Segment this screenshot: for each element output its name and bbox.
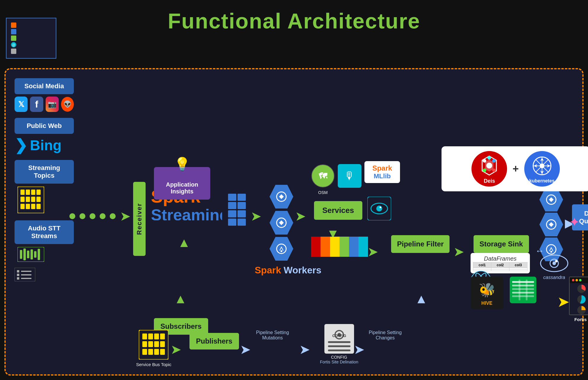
- svg-rect-1: [20, 190, 25, 195]
- svg-rect-23: [17, 274, 19, 276]
- bar-green: [340, 237, 349, 257]
- svg-text:Streaming: Streaming: [151, 206, 222, 220]
- svg-rect-33: [238, 202, 246, 209]
- spark-workers-label: Workers: [283, 265, 321, 275]
- settings-to-filter-arrow: ▲: [415, 291, 428, 306]
- social-media-label: Social Media: [15, 78, 74, 94]
- svg-rect-83: [154, 349, 159, 355]
- dashboard-screenshot: [569, 277, 588, 315]
- svg-rect-17: [31, 249, 33, 259]
- svg-point-48: [376, 206, 382, 211]
- pink-star-icon: ✦: [569, 214, 580, 230]
- audio-stt-icon: [17, 247, 74, 263]
- svg-rect-90: [328, 349, 350, 351]
- dashboard-area: Fortis Dashboard / Pipeline Admin Tool: [569, 277, 588, 327]
- hex-node-2: [270, 211, 293, 235]
- svg-rect-82: [148, 349, 153, 355]
- config-arrow: ➤: [354, 342, 365, 357]
- svg-point-94: [486, 163, 492, 169]
- public-web-label: Public Web: [15, 118, 74, 134]
- dataframes-area: DataFrames col1 col2 col3: [471, 253, 530, 273]
- app-insights-box: 💡 Application Insights: [154, 167, 210, 200]
- svg-rect-77: [142, 341, 147, 347]
- svg-rect-12: [36, 204, 41, 209]
- page-title: Functional Architecture: [0, 0, 588, 39]
- spark-mllib-mllib: MLlib: [369, 172, 395, 180]
- legend-item-gray: [11, 49, 51, 54]
- service-bus-topic: Service Bus Topic: [136, 330, 171, 367]
- svg-rect-10: [26, 204, 30, 209]
- dataframes-title: DataFrames: [473, 255, 528, 262]
- svg-rect-26: [21, 278, 31, 279]
- svg-rect-9: [20, 204, 25, 209]
- pipeline-filter-box: Pipeline Filter: [391, 235, 450, 253]
- dashboard-header: [570, 277, 588, 283]
- svg-rect-68: [512, 292, 534, 294]
- svg-rect-75: [154, 333, 159, 339]
- spark-workers-spark: Spark: [255, 265, 281, 275]
- hex-node-right-2: [539, 213, 563, 236]
- legend-dot-orange: [11, 23, 16, 28]
- svg-point-40: [277, 244, 286, 254]
- svg-point-49: [380, 206, 381, 208]
- dataframes-table: col1 col2 col3: [473, 262, 528, 271]
- dot-3: [90, 213, 95, 219]
- svg-rect-80: [160, 341, 165, 347]
- color-bars: [311, 237, 368, 257]
- svg-rect-78: [148, 341, 153, 347]
- svg-point-95: [483, 159, 486, 163]
- bar-orange: [321, 237, 330, 257]
- legend-dot-blue: [11, 29, 16, 34]
- svg-rect-22: [21, 271, 31, 272]
- dots-arrow: ➤: [120, 209, 131, 224]
- spark-mllib-box: Spark MLlib: [364, 161, 400, 183]
- bing-text: Bing: [30, 137, 62, 153]
- services-box: Services: [314, 201, 362, 220]
- deis-circle: Deis: [471, 151, 507, 187]
- svg-text:🎙: 🎙: [344, 170, 355, 182]
- svg-rect-24: [21, 274, 31, 275]
- dot-2: [79, 213, 85, 219]
- svg-rect-11: [31, 204, 35, 209]
- svg-rect-66: [512, 285, 534, 286]
- svg-rect-84: [160, 349, 165, 355]
- svg-point-62: [555, 260, 557, 262]
- audio-stt-label: Audio STT Streams: [15, 220, 74, 244]
- bar-red: [311, 237, 321, 257]
- legend-dot-teal: @: [11, 42, 16, 47]
- pipeline-changes-label: Pipeline Setting Changes: [361, 330, 409, 341]
- publishers-arrow: ➤: [240, 342, 251, 357]
- sql-icon: [510, 277, 536, 304]
- dots-connector: ➤: [69, 209, 131, 224]
- bar-blue: [349, 237, 358, 257]
- svg-rect-4: [36, 190, 41, 195]
- svg-rect-35: [238, 210, 246, 217]
- svg-point-97: [483, 169, 486, 172]
- config-label: CONFIG: [320, 355, 358, 360]
- architecture-container: Social Media 𝕏 f 📷 👽 Public Web ❯ Bing S…: [4, 68, 584, 376]
- legend-item-orange: [11, 23, 51, 28]
- bing-logo: ❯ Bing: [15, 136, 74, 154]
- service-bus-to-publishers: ➤: [170, 342, 181, 357]
- up-to-app-insights: ▲: [178, 235, 191, 250]
- legend-item-teal: @: [11, 42, 51, 47]
- legend-dot-green: [11, 36, 16, 41]
- hex-node-right-1: [539, 188, 563, 211]
- spark-mllib-spark: Spark: [369, 164, 395, 172]
- receiver-box: Receiver: [133, 182, 146, 256]
- svg-point-96: [492, 159, 496, 163]
- publishers-box: Publishers: [189, 333, 239, 349]
- legend-item-blue: [11, 29, 51, 34]
- bing-chevron: ❯: [15, 136, 28, 154]
- svg-rect-76: [160, 333, 165, 339]
- fortis-dashboard-label: Fortis Dashboard / Pipeline Admin Tool: [569, 317, 588, 327]
- legend-box: @: [6, 18, 56, 59]
- svg-rect-16: [27, 251, 29, 258]
- svg-rect-25: [17, 277, 19, 280]
- cassandra-area: cassandra: [539, 253, 569, 280]
- svg-rect-5: [20, 197, 25, 202]
- svg-rect-79: [154, 341, 159, 347]
- svg-rect-36: [228, 219, 236, 226]
- legend-item-green: [11, 36, 51, 41]
- grid-partition-icon: [228, 194, 249, 230]
